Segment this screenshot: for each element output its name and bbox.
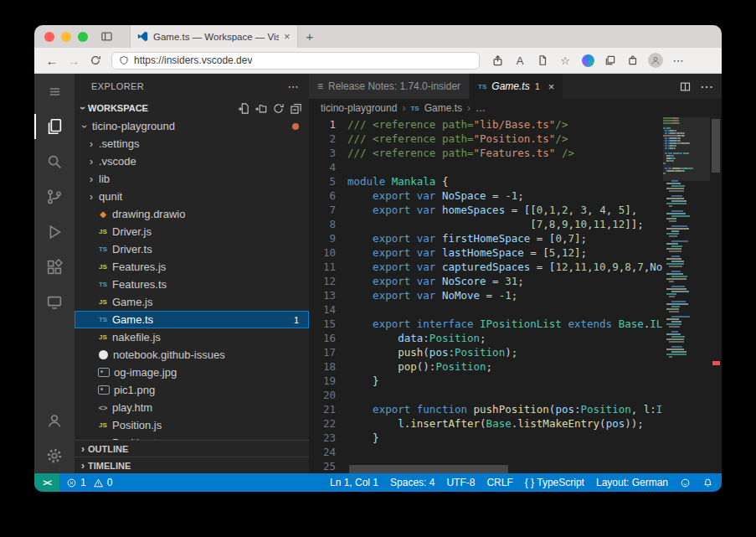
error-count: 1 [80,477,86,488]
error-overview-marker [712,361,720,365]
close-window-button[interactable] [44,32,54,42]
outline-section-header[interactable]: › OUTLINE [75,440,309,457]
chevron-right-icon: › [78,443,88,455]
tree-item-ticino-playground[interactable]: ›ticino-playground [75,117,309,135]
tree-item-Game.ts[interactable]: TSGame.ts1 [75,311,309,328]
language-mode[interactable]: { } TypeScript [525,477,584,488]
tree-item-og-image.jpg[interactable]: og-image.jpg [75,364,309,381]
browser-more-menu[interactable]: ⋯ [669,51,687,70]
profile-avatar[interactable] [646,51,665,70]
eol-sequence[interactable]: CRLF [486,477,512,488]
tree-item-Position.ts[interactable]: TSPosition.ts [75,434,309,440]
url-text[interactable]: https://insiders.vscode.dev [134,54,252,66]
minimap-line [663,308,710,310]
tree-item-Position.js[interactable]: JSPosition.js [75,416,309,434]
favorites-star-icon[interactable]: ☆ [556,51,574,70]
search-view-icon[interactable] [34,144,75,179]
refresh-icon[interactable] [272,102,285,115]
settings-gear-icon[interactable] [34,438,75,473]
minimap-line [663,233,710,235]
cursor-position[interactable]: Ln 1, Col 1 [330,477,378,488]
explorer-view-icon[interactable] [34,109,75,144]
new-tab-button[interactable]: + [306,29,314,44]
timeline-section-header[interactable]: › TIMELINE [75,457,309,473]
tab-game-ts[interactable]: TS Game.ts 1 × [470,74,563,99]
keyboard-layout[interactable]: Layout: German [596,477,668,488]
browser-tab[interactable]: Game.ts — Workspace — Visu... × [130,25,298,48]
tab-release-notes[interactable]: ≡ Release Notes: 1.74.0-insider [309,74,470,99]
tab-overview-icon[interactable] [96,28,116,46]
source-control-icon[interactable] [34,179,75,214]
minimap-line [663,288,710,290]
encoding[interactable]: UTF-8 [446,477,475,488]
scrollbar-thumb[interactable] [712,119,720,173]
minimap[interactable] [663,117,710,473]
tree-item-lib[interactable]: ›lib [75,170,309,188]
tree-item-nakefile.js[interactable]: JSnakefile.js [75,328,309,346]
address-bar[interactable]: https://insiders.vscode.dev [111,52,480,70]
line-number: 4 [309,160,347,174]
problems-indicator[interactable]: 1 0 [66,477,112,488]
close-tab-icon[interactable]: × [284,30,291,43]
page-icon[interactable] [533,51,552,70]
breadcrumb[interactable]: ticino-playground › TS Game.ts › … [309,99,722,117]
tree-item-.vscode[interactable]: ›.vscode [75,152,309,170]
workspace-section-header[interactable]: › WORKSPACE [75,99,309,117]
scrollbar-thumb[interactable] [349,465,508,473]
accounts-icon[interactable] [34,403,75,438]
breadcrumb-symbol[interactable]: … [476,102,486,114]
indentation[interactable]: Spaces: 4 [390,477,435,488]
vertical-scrollbar[interactable] [710,117,722,473]
tree-item-pic1.png[interactable]: pic1.png [75,381,309,399]
site-security-icon[interactable] [119,55,129,65]
breadcrumb-file[interactable]: Game.ts [424,102,462,114]
line-number: 10 [309,245,347,260]
activity-bar [34,74,75,473]
zoom-window-button[interactable] [78,32,88,42]
remote-explorer-icon[interactable] [34,285,75,320]
feedback-icon[interactable] [680,478,691,488]
tree-item-drawing.drawio[interactable]: ◆drawing.drawio [75,205,309,223]
read-aloud-icon[interactable]: A [511,51,529,70]
run-debug-icon[interactable] [34,214,75,250]
share-icon[interactable] [488,51,507,70]
menu-button[interactable] [34,74,75,109]
tree-item-Features.js[interactable]: JSFeatures.js [75,258,309,276]
minimize-window-button[interactable] [61,32,71,42]
remote-indicator[interactable]: >< [34,473,59,492]
chevron-right-icon: › [86,191,96,203]
editor-more-actions[interactable]: ⋯ [700,79,713,95]
code-editor[interactable]: 1234567891011121314151617181920212223242… [309,117,722,473]
horizontal-scrollbar[interactable] [347,465,663,473]
code-line: [7,8,9,10,11,12]]; [347,217,663,231]
extensions-view-icon[interactable] [34,250,75,285]
tree-item-Features.ts[interactable]: TSFeatures.ts [75,276,309,293]
copilot-icon[interactable] [579,51,597,70]
new-file-icon[interactable] [237,102,249,115]
split-editor-icon[interactable] [679,80,692,93]
minimap-line [663,198,710,199]
back-button[interactable]: ← [43,51,61,70]
tree-item-Driver.js[interactable]: JSDriver.js [75,223,309,240]
reload-button[interactable] [86,51,105,70]
tree-item-.settings[interactable]: ›.settings [75,135,309,152]
close-tab-icon[interactable]: × [548,80,555,93]
tree-item-Game.js[interactable]: JSGame.js [75,293,309,311]
tree-item-notebook.github-issues[interactable]: notebook.github-issues [75,346,309,364]
tree-item-Driver.ts[interactable]: TSDriver.ts [75,240,309,258]
code-content[interactable]: /// <reference path="lib/Base.ts"/>/// <… [347,117,663,473]
breadcrumb-folder[interactable]: ticino-playground [321,102,397,114]
modified-dot [292,123,299,130]
tree-item-qunit[interactable]: ›qunit [75,188,309,205]
explorer-more-actions[interactable]: ⋯ [288,80,299,93]
code-line [347,302,663,317]
notifications-bell-icon[interactable] [702,478,713,488]
collections-icon[interactable] [601,51,620,70]
minimap-line [663,306,710,307]
chevron-right-icon: › [86,156,96,168]
extensions-puzzle-icon[interactable] [624,51,642,70]
tree-item-play.htm[interactable]: <>play.htm [75,399,309,416]
collapse-all-icon[interactable] [290,102,302,115]
new-folder-icon[interactable] [255,102,267,115]
js-file-icon: JS [96,226,110,238]
